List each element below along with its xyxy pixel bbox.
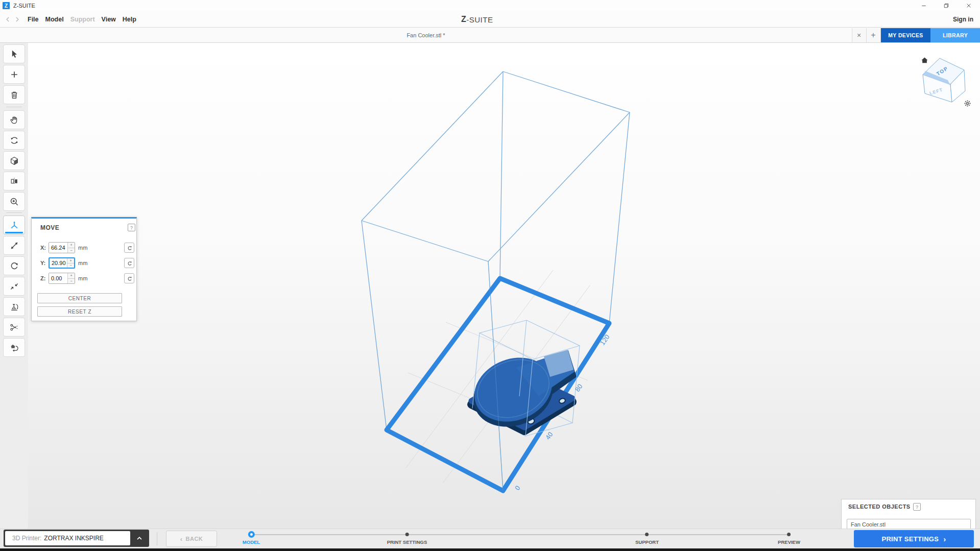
reset-z-button[interactable]: RESET Z <box>37 306 122 317</box>
z-suite-window: Z Z-SUITE File Model Support View Help <box>0 0 980 551</box>
spinner-down-icon[interactable]: − <box>67 263 74 268</box>
step-dot-icon <box>248 531 255 538</box>
tool-mirror-button[interactable] <box>3 172 25 190</box>
tool-arrange-button[interactable] <box>3 277 25 296</box>
tool-restore-button[interactable] <box>3 338 25 357</box>
move-z-input[interactable] <box>49 273 67 283</box>
axis-label-80: 80 <box>573 382 584 393</box>
tool-delete-button[interactable] <box>3 85 25 104</box>
back-button[interactable]: ‹ BACK <box>166 531 217 547</box>
step-label: MODEL <box>243 539 260 545</box>
menu-view[interactable]: View <box>102 16 116 23</box>
close-button[interactable] <box>958 0 980 11</box>
tool-orbit-button[interactable] <box>3 131 25 150</box>
step-model[interactable]: MODEL <box>243 531 260 545</box>
tool-lay-flat-button[interactable] <box>3 297 25 316</box>
selected-objects-title: SELECTED OBJECTS <box>848 504 911 510</box>
spinner-up-icon[interactable]: + <box>68 243 75 248</box>
window-title: Z-SUITE <box>13 3 35 9</box>
move-help-button[interactable]: ? <box>128 224 135 231</box>
tool-zoom-button[interactable] <box>3 192 25 211</box>
move-y-reset-button[interactable] <box>124 258 134 268</box>
move-y-spinner[interactable]: +− <box>67 258 74 268</box>
tool-split-button[interactable] <box>3 318 25 337</box>
toolbar-divider <box>6 212 22 213</box>
move-y-input[interactable] <box>50 258 67 268</box>
cursor-icon <box>9 49 19 59</box>
tool-select-button[interactable] <box>3 44 25 63</box>
tool-scale-button[interactable] <box>3 236 25 255</box>
tab-add-button[interactable]: + <box>866 28 881 42</box>
menu-support[interactable]: Support <box>70 16 95 23</box>
tab-close-button[interactable]: × <box>852 28 867 42</box>
fan-cooler-model[interactable] <box>464 347 577 438</box>
print-settings-button[interactable]: PRINT SETTINGS › <box>854 530 974 547</box>
move-panel: MOVE ? X: +− mm Y: +− mm <box>31 217 137 321</box>
chevron-right-icon <box>14 16 20 23</box>
home-view-button[interactable] <box>920 56 929 64</box>
my-devices-button[interactable]: MY DEVICES <box>881 28 930 42</box>
selected-object-name-field[interactable] <box>847 519 971 530</box>
restore-button[interactable] <box>935 0 958 11</box>
view-settings-button[interactable] <box>963 99 972 108</box>
close-icon <box>966 3 972 9</box>
move-icon <box>9 220 19 230</box>
spinner-down-icon[interactable]: − <box>68 279 75 284</box>
toolbar-divider <box>6 107 22 107</box>
selected-objects-help-button[interactable]: ? <box>913 503 921 511</box>
tab-fan-cooler[interactable]: Fan Cooler.stl * <box>0 28 852 42</box>
printer-field[interactable]: 3D Printer: ZORTRAX INKSPIRE <box>5 531 130 545</box>
spinner-down-icon[interactable]: − <box>68 248 75 253</box>
tool-view-cube-button[interactable] <box>3 151 25 170</box>
app-logo-icon: Z <box>3 2 10 9</box>
printer-selector[interactable]: 3D Printer: ZORTRAX INKSPIRE <box>4 530 149 547</box>
step-print-settings[interactable]: PRINT SETTINGS <box>387 531 427 545</box>
brand-logo: Z-SUITE <box>461 11 493 28</box>
move-x-spinner[interactable]: +− <box>67 243 75 253</box>
menu-model[interactable]: Model <box>45 16 64 23</box>
workflow-step-line <box>251 534 789 535</box>
print-settings-label: PRINT SETTINGS <box>881 535 939 543</box>
spinner-up-icon[interactable]: + <box>67 258 74 263</box>
axis-label-40: 40 <box>544 430 555 441</box>
back-button-label: BACK <box>186 536 203 542</box>
reset-arrow-icon <box>126 260 133 267</box>
minimize-button[interactable] <box>913 0 935 11</box>
build-scene[interactable]: 0 40 80 120 <box>28 43 980 529</box>
step-preview[interactable]: PREVIEW <box>778 531 800 545</box>
center-button[interactable]: CENTER <box>37 293 122 303</box>
move-panel-title: MOVE <box>40 224 59 231</box>
tool-pan-button[interactable] <box>3 110 25 129</box>
sign-in-link[interactable]: Sign in <box>953 16 973 23</box>
step-label: PRINT SETTINGS <box>387 539 427 545</box>
move-z-spinner[interactable]: +− <box>67 273 75 283</box>
step-support[interactable]: SUPPORT <box>635 531 659 545</box>
spinner-up-icon[interactable]: + <box>68 273 75 279</box>
printer-dropdown-toggle[interactable] <box>132 530 147 547</box>
move-z-inputbox: +− <box>49 273 75 284</box>
move-x-unit: mm <box>78 245 87 251</box>
tool-rotate-button[interactable] <box>3 256 25 275</box>
move-x-input[interactable] <box>49 243 67 253</box>
menu-file[interactable]: File <box>28 16 39 23</box>
title-bar: Z Z-SUITE <box>0 0 980 11</box>
orbit-icon <box>9 135 19 146</box>
viewport-3d[interactable]: 0 40 80 120 <box>0 43 980 529</box>
chevron-up-icon <box>136 535 143 542</box>
menu-items: File Model Support View Help <box>28 16 136 23</box>
step-dot-icon <box>646 533 649 536</box>
menu-help[interactable]: Help <box>123 16 136 23</box>
minimize-icon <box>921 3 927 9</box>
move-x-reset-button[interactable] <box>124 243 134 253</box>
plus-icon <box>9 69 19 80</box>
tool-move-button[interactable] <box>3 215 25 234</box>
trash-icon <box>9 90 19 100</box>
printer-label: 3D Printer: <box>12 535 41 542</box>
nav-forward-button[interactable] <box>12 14 21 25</box>
nav-back-button[interactable] <box>3 14 12 25</box>
move-z-reset-button[interactable] <box>124 273 134 283</box>
home-rotate-icon <box>9 343 19 353</box>
library-button[interactable]: LIBRARY <box>930 28 980 42</box>
tool-add-model-button[interactable] <box>3 65 25 84</box>
chevron-left-icon: ‹ <box>180 535 183 543</box>
